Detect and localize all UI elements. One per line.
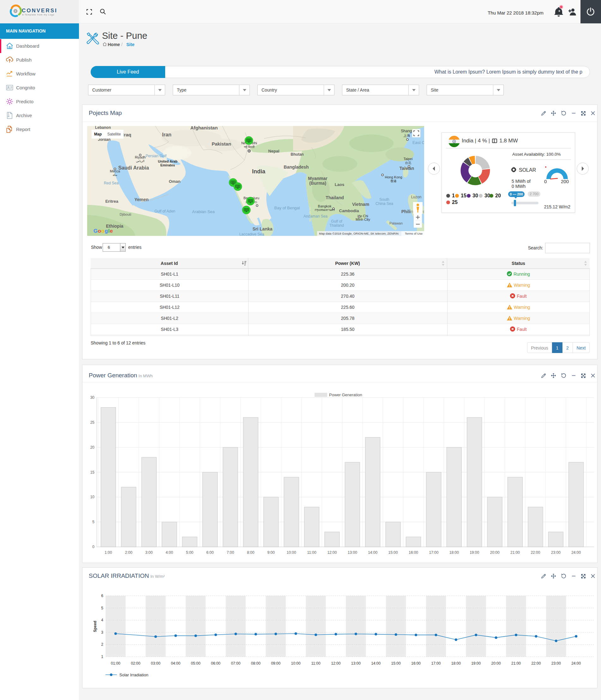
- svg-text:Djibouti: Djibouti: [120, 212, 131, 216]
- svg-text:1:00: 1:00: [104, 550, 112, 555]
- svg-text:नई दिल्ली: नई दिल्ली: [244, 145, 254, 149]
- svg-text:China Sea: China Sea: [376, 201, 393, 206]
- svg-text:Map data ©2018 Google, ORION-M: Map data ©2018 Google, ORION-ME, SK tele…: [319, 232, 399, 235]
- svg-text:Laccadive Sea: Laccadive Sea: [240, 232, 264, 236]
- svg-text:Myanmar: Myanmar: [308, 176, 327, 181]
- svg-text:2: 2: [101, 642, 103, 647]
- svg-text:9:00: 9:00: [268, 550, 275, 555]
- svg-text:4:00: 4:00: [166, 550, 173, 555]
- svg-text:14:00: 14:00: [371, 661, 380, 666]
- svg-text:Satellite: Satellite: [107, 132, 121, 136]
- svg-text:16:00: 16:00: [411, 661, 421, 666]
- svg-text:Riyadh: Riyadh: [135, 155, 146, 159]
- svg-text:03:00: 03:00: [151, 661, 160, 666]
- svg-text:5: 5: [92, 520, 95, 524]
- svg-text:Laos: Laos: [335, 182, 344, 187]
- svg-text:19:00: 19:00: [470, 550, 479, 555]
- svg-text:20:00: 20:00: [492, 661, 501, 666]
- svg-text:Mecca: Mecca: [110, 169, 120, 173]
- svg-text:8:00: 8:00: [247, 550, 254, 555]
- svg-text:10:00: 10:00: [291, 661, 301, 666]
- svg-text:Taiwan: Taiwan: [400, 166, 414, 171]
- svg-text:Cambodia: Cambodia: [339, 208, 359, 213]
- svg-text:Oman: Oman: [169, 179, 181, 184]
- svg-text:17:00: 17:00: [431, 661, 441, 666]
- svg-text:3:00: 3:00: [145, 550, 153, 555]
- svg-text:Afghanistan: Afghanistan: [191, 126, 218, 130]
- svg-text:20:00: 20:00: [490, 550, 500, 555]
- svg-text:10: 10: [90, 495, 95, 499]
- svg-text:Eritrea: Eritrea: [105, 199, 119, 204]
- svg-text:Gulf of: Gulf of: [331, 219, 342, 224]
- svg-text:25: 25: [90, 420, 95, 425]
- svg-text:East Ch: East Ch: [412, 140, 424, 145]
- svg-text:(Burma): (Burma): [309, 181, 326, 186]
- svg-text:22:00: 22:00: [531, 550, 540, 555]
- svg-text:Power Generation: Power Generation: [329, 393, 362, 397]
- svg-text:2:00: 2:00: [125, 550, 133, 555]
- svg-text:05:00: 05:00: [191, 661, 201, 666]
- svg-text:21:00: 21:00: [510, 550, 520, 555]
- svg-text:Thailand: Thailand: [329, 223, 344, 228]
- svg-text:18:00: 18:00: [451, 661, 461, 666]
- svg-text:الرياض: الرياض: [136, 159, 144, 162]
- svg-text:13:00: 13:00: [348, 550, 357, 555]
- svg-text:Iran: Iran: [162, 132, 171, 138]
- svg-text:India: India: [252, 168, 266, 175]
- svg-text:6: 6: [101, 594, 103, 598]
- svg-text:Yemen: Yemen: [134, 197, 148, 202]
- svg-text:10:00: 10:00: [287, 550, 296, 555]
- svg-text:مكة: مكة: [113, 173, 118, 176]
- svg-text:香港: 香港: [390, 179, 397, 183]
- svg-text:24:00: 24:00: [571, 550, 581, 555]
- svg-text:22:00: 22:00: [531, 661, 541, 666]
- svg-text:04:00: 04:00: [171, 661, 180, 666]
- svg-text:15:00: 15:00: [391, 661, 401, 666]
- svg-text:11:00: 11:00: [307, 550, 316, 555]
- svg-text:Shangl: Shangl: [401, 129, 412, 133]
- svg-text:0: 0: [92, 545, 95, 549]
- svg-text:Bhutan: Bhutan: [291, 152, 303, 157]
- svg-text:Map: Map: [94, 132, 102, 136]
- svg-text:台北: 台北: [405, 161, 411, 165]
- svg-text:07:00: 07:00: [231, 661, 240, 666]
- svg-text:20: 20: [90, 445, 95, 450]
- svg-text:Andaman Sea: Andaman Sea: [303, 214, 327, 219]
- svg-text:Pakistan: Pakistan: [211, 141, 231, 147]
- svg-text:Arabian Sea: Arabian Sea: [192, 209, 215, 214]
- svg-text:Taipei: Taipei: [404, 157, 413, 161]
- svg-text:Nepal: Nepal: [268, 149, 279, 153]
- svg-text:Minh City: Minh City: [356, 218, 370, 221]
- svg-text:16:00: 16:00: [409, 550, 418, 555]
- svg-text:06:00: 06:00: [211, 661, 221, 666]
- svg-text:18:00: 18:00: [449, 550, 459, 555]
- svg-text:17:00: 17:00: [429, 550, 439, 555]
- svg-text:09:00: 09:00: [271, 661, 280, 666]
- svg-text:Hong Kong: Hong Kong: [385, 175, 402, 179]
- svg-text:Thailand: Thailand: [326, 195, 344, 200]
- svg-text:South: South: [379, 197, 389, 202]
- svg-text:15: 15: [90, 470, 95, 475]
- svg-text:Terms of Use: Terms of Use: [405, 232, 423, 235]
- svg-text:Lebanon: Lebanon: [95, 126, 111, 130]
- svg-text:5: 5: [101, 606, 103, 610]
- svg-text:Emirates: Emirates: [160, 163, 175, 167]
- svg-text:Bangkok: Bangkok: [318, 204, 332, 208]
- svg-text:11:00: 11:00: [311, 661, 320, 666]
- svg-text:5:00: 5:00: [186, 550, 194, 555]
- svg-text:Persian Gulf: Persian Gulf: [146, 154, 167, 158]
- svg-text:08:00: 08:00: [251, 661, 260, 666]
- svg-text:24:00: 24:00: [571, 661, 581, 666]
- svg-text:12:00: 12:00: [327, 550, 337, 555]
- svg-text:Saudi Arabia: Saudi Arabia: [118, 165, 149, 171]
- svg-text:15:00: 15:00: [389, 550, 398, 555]
- svg-text:Bangladesh: Bangladesh: [283, 165, 308, 170]
- svg-text:Iraq: Iraq: [123, 132, 131, 138]
- svg-text:Bay of Bengal: Bay of Bengal: [274, 205, 300, 210]
- svg-text:Google: Google: [94, 228, 113, 234]
- svg-text:กรุงเทพมหานคร: กรุงเทพมหานคร: [315, 208, 335, 212]
- svg-text:Vietnam: Vietnam: [352, 202, 369, 207]
- svg-text:02:00: 02:00: [131, 661, 140, 666]
- svg-text:Palawan: Palawan: [390, 221, 403, 225]
- svg-text:23:00: 23:00: [551, 661, 561, 666]
